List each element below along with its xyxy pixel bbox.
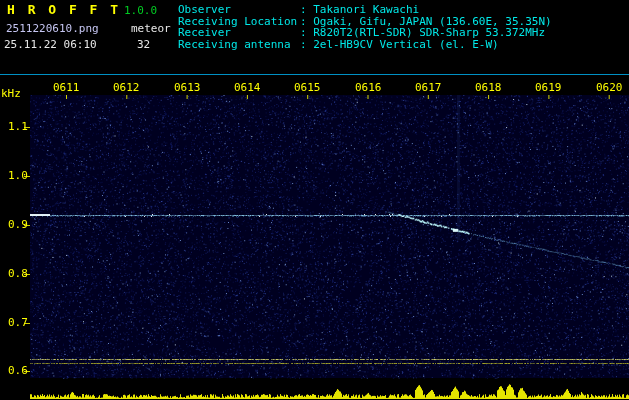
y-tick-label: 0.7	[8, 316, 28, 329]
info-value-antenna: : 2el-HB9CV Vertical (el. E-W)	[300, 39, 552, 51]
app-title: H R O F F T	[7, 2, 121, 17]
x-tick-label: 0614	[234, 81, 261, 94]
app-version: 1.0.0	[124, 4, 157, 17]
info-label-antenna: Receiving antenna	[178, 39, 300, 51]
x-tick-label: 0618	[475, 81, 502, 94]
y-tick-label: 1.0	[8, 169, 28, 182]
info-value-observer: : Takanori Kawachi	[300, 4, 552, 16]
x-tick-label: 0612	[113, 81, 140, 94]
y-tick-label: 1.1	[8, 120, 28, 133]
mode-label: meteor	[131, 22, 171, 35]
hrofft-output-image: H R O F F T 1.0.0 2511220610.png meteor …	[0, 0, 629, 400]
x-tick-label: 0620	[596, 81, 623, 94]
y-tick-label: 0.8	[8, 267, 28, 280]
x-tick-label: 0619	[535, 81, 562, 94]
y-tick-label: 0.6	[8, 364, 28, 377]
x-tick-label: 0617	[415, 81, 442, 94]
x-tick-label: 0611	[53, 81, 80, 94]
x-tick-label: 0616	[355, 81, 382, 94]
echo-count: 32	[137, 38, 150, 51]
output-filename: 2511220610.png	[6, 22, 99, 35]
y-axis-unit: kHz	[1, 87, 21, 100]
station-info: Observer : Takanori Kawachi Receiving Lo…	[178, 4, 552, 50]
x-tick-label: 0615	[294, 81, 321, 94]
x-tick-label: 0613	[174, 81, 201, 94]
info-label-observer: Observer	[178, 4, 300, 16]
info-label-receiver: Receiver	[178, 27, 300, 39]
datetime-label: 25.11.22 06:10	[4, 38, 97, 51]
header-separator-line	[0, 74, 629, 75]
spectrogram-canvas	[0, 0, 629, 400]
info-value-receiver: : R820T2(RTL-SDR) SDR-Sharp 53.372MHz	[300, 27, 552, 39]
y-tick-label: 0.9	[8, 218, 28, 231]
